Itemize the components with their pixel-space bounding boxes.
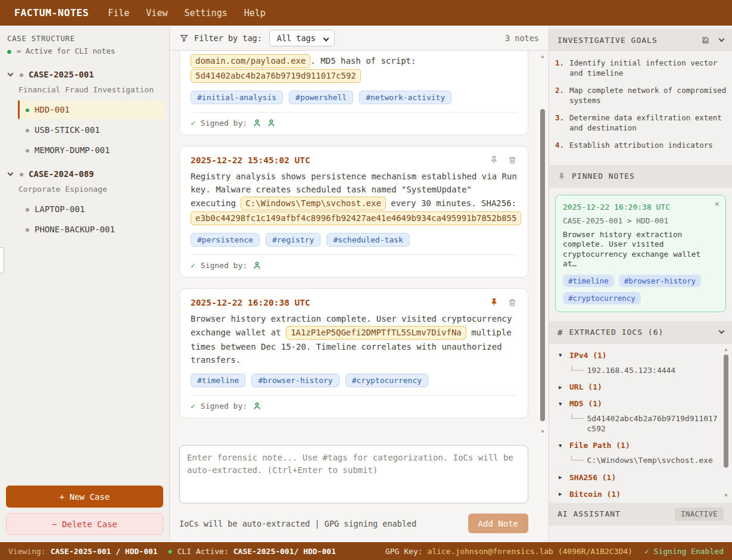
chevron-down-icon[interactable] xyxy=(8,170,14,176)
ai-assistant-header: AI ASSISTANT INACTIVE xyxy=(549,503,732,525)
tag-filter-select[interactable]: All tags xyxy=(269,30,335,46)
case-row-CASE-2024-089[interactable]: ●CASE-2024-089 xyxy=(0,161,169,182)
tag-pill[interactable]: #timeline xyxy=(191,374,245,387)
signed-row: ✓Signed by: xyxy=(191,402,517,410)
tag-pill[interactable]: #initial-analysis xyxy=(191,91,283,104)
menu-item-file[interactable]: File xyxy=(99,8,138,18)
tag-pill[interactable]: #scheduled-task xyxy=(326,233,409,247)
note-card-1: domain.com/payload.exe. MD5 hash of scri… xyxy=(179,51,528,135)
legend-text: = Active for CLI notes xyxy=(17,46,116,55)
tag-pill[interactable]: #browser-history xyxy=(251,374,339,387)
note-tags: #timeline#browser-history#cryptocurrency xyxy=(191,374,517,387)
ioc-group-url[interactable]: ▶URL (1) xyxy=(559,382,719,391)
notes-count: 3 notes xyxy=(505,33,539,43)
edit-icon[interactable] xyxy=(701,36,710,45)
ioc-group-md5[interactable]: ▼MD5 (1) xyxy=(559,399,719,408)
triangle-down-icon[interactable]: ▼ xyxy=(559,443,565,449)
evidence-item-HDD-001[interactable]: ●HDD-001 xyxy=(18,100,164,119)
ioc-item[interactable]: └──C:\Windows\Temp\svchost.exe xyxy=(569,456,719,466)
tag-pill[interactable]: #persistence xyxy=(191,233,260,247)
evidence-item-MEMORY-DUMP-001[interactable]: ●MEMORY-DUMP-001 xyxy=(18,141,164,160)
ioc-group-label: MD5 (1) xyxy=(569,399,602,408)
ioc-item[interactable]: └──5d41402abc4b2a76b9719d911017c592 xyxy=(569,414,719,434)
ioc-item[interactable]: └──192.168.45.123:4444 xyxy=(569,366,719,376)
app-title: FACTUM-NOTES xyxy=(14,7,89,18)
ai-header-label: AI ASSISTANT xyxy=(557,509,621,518)
cli-active-label: CLI Active: xyxy=(177,547,229,556)
ioc-group-ipv4[interactable]: ▼IPv4 (1) xyxy=(559,351,719,360)
triangle-right-icon[interactable]: ▶ xyxy=(559,384,565,390)
tag-pill[interactable]: #browser-history xyxy=(619,275,701,287)
signed-label: Signed by: xyxy=(201,119,247,127)
pane-resize-handle[interactable] xyxy=(0,247,4,273)
goals-header-label: INVESTIGATIVE GOALS xyxy=(557,36,658,45)
ioc-value: C:\Windows\Temp\svchost.exe xyxy=(587,456,712,466)
scroll-down-arrow[interactable]: ▼ xyxy=(538,428,547,435)
menu-item-settings[interactable]: Settings xyxy=(176,8,235,18)
pin-filled-icon[interactable] xyxy=(489,297,499,307)
scroll-up-arrow[interactable]: ▲ xyxy=(538,53,547,60)
ioc-group-file[interactable]: ▼File Path (1) xyxy=(559,441,719,450)
note-timestamp: 2025-12-22 16:20:38 UTC xyxy=(191,298,310,307)
trash-icon[interactable] xyxy=(507,298,517,307)
tag-pill[interactable]: #powershell xyxy=(289,91,353,104)
signed-label: Signed by: xyxy=(201,261,247,270)
scrollbar-thumb[interactable] xyxy=(540,109,545,421)
chevron-down-icon[interactable] xyxy=(719,328,725,334)
ioc-code[interactable]: e3b0c44298fc1c149afbf4c8996fb92427ae41e4… xyxy=(191,211,521,225)
pinned-note-card: × 2025-12-22 16:20:38 UTC CASE-2025-001 … xyxy=(555,195,726,312)
note-input[interactable] xyxy=(179,445,528,503)
ioc-groups: ▼IPv4 (1)└──192.168.45.123:4444▶URL (1)▼… xyxy=(559,351,719,499)
ioc-value: 5d41402abc4b2a76b9719d911017c592 xyxy=(587,414,719,434)
signed-row: ✓Signed by: xyxy=(191,261,517,270)
add-note-button[interactable]: Add Note xyxy=(468,514,528,533)
case-subtitle: Financial Fraud Investigation xyxy=(0,83,169,99)
signer-person-icon xyxy=(267,119,276,127)
notes-scrollbar: ▲ ▼ xyxy=(538,52,547,437)
chevron-down-icon[interactable] xyxy=(8,71,14,77)
ioc-group-bitcoin[interactable]: ▶Bitcoin (1) xyxy=(559,490,719,499)
tag-pill[interactable]: #registry xyxy=(266,233,320,247)
triangle-right-icon[interactable]: ▶ xyxy=(559,474,565,480)
case-structure-header: CASE STRUCTURE xyxy=(0,26,169,45)
tag-pill[interactable]: #cryptocurrency xyxy=(563,292,641,304)
scrollbar-thumb[interactable] xyxy=(724,354,728,468)
evidence-item-USB-STICK-001[interactable]: ●USB-STICK-001 xyxy=(18,120,164,139)
goal-item-4: 4.Establish attribution indicators xyxy=(555,141,731,151)
statusbar: Viewing: CASE-2025-001 / HDD-001 ● CLI A… xyxy=(0,542,732,560)
ioc-code[interactable]: C:\Windows\Temp\svchost.exe xyxy=(241,197,386,210)
gpg-key-value: alice.johnson@forensics.lab (4096R/A1B2C… xyxy=(428,547,633,556)
evidence-item-PHONE-BACKUP-001[interactable]: ●PHONE-BACKUP-001 xyxy=(18,220,164,239)
triangle-down-icon[interactable]: ▼ xyxy=(559,401,565,407)
ioc-group-sha256[interactable]: ▶SHA256 (1) xyxy=(559,473,719,482)
close-icon[interactable]: × xyxy=(715,199,719,209)
chevron-down-icon[interactable] xyxy=(719,36,725,42)
ioc-code[interactable]: 5d41402abc4b2a76b9719d911017c592 xyxy=(191,69,361,83)
goals-list: 1.Identify initial infection vector and … xyxy=(549,51,732,162)
pinned-note-excerpt: Browser history extraction complete. Use… xyxy=(563,230,718,269)
note-card-2: 2025-12-22 15:45:02 UTCRegistry analysis… xyxy=(179,146,528,278)
notes-panel: Filter by tag: All tags 3 notes domain.c… xyxy=(170,26,549,542)
trash-icon[interactable] xyxy=(507,155,517,165)
triangle-right-icon[interactable]: ▶ xyxy=(559,491,565,497)
ioc-code[interactable]: 1A1zP1eP5QGefi2DMPTfTL5SLmv7DivfNa xyxy=(286,326,466,340)
scroll-down-arrow[interactable]: ▼ xyxy=(722,492,730,499)
note-tags: #initial-analysis#powershell#network-act… xyxy=(191,91,517,104)
signer-person-icon xyxy=(253,402,261,410)
note-timestamp: 2025-12-22 15:45:02 UTC xyxy=(191,155,310,165)
tag-pill[interactable]: #timeline xyxy=(563,275,614,287)
evidence-item-LAPTOP-001[interactable]: ●LAPTOP-001 xyxy=(18,200,164,219)
menu-item-view[interactable]: View xyxy=(138,8,176,18)
tag-pill[interactable]: #network-activity xyxy=(359,91,451,104)
scroll-up-arrow[interactable]: ▲ xyxy=(722,346,730,353)
ioc-code[interactable]: domain.com/payload.exe xyxy=(191,54,310,68)
pin-icon[interactable] xyxy=(489,155,499,165)
note-tags: #persistence#registry#scheduled-task xyxy=(191,233,517,247)
new-case-button[interactable]: + New Case xyxy=(6,486,163,508)
triangle-down-icon[interactable]: ▼ xyxy=(559,352,565,358)
tag-pill[interactable]: #cryptocurrency xyxy=(345,374,428,387)
case-row-CASE-2025-001[interactable]: ●CASE-2025-001 xyxy=(0,61,169,83)
signer-person-icon xyxy=(253,119,261,127)
delete-case-button[interactable]: − Delete Case xyxy=(6,513,163,535)
menu-item-help[interactable]: Help xyxy=(236,8,274,18)
